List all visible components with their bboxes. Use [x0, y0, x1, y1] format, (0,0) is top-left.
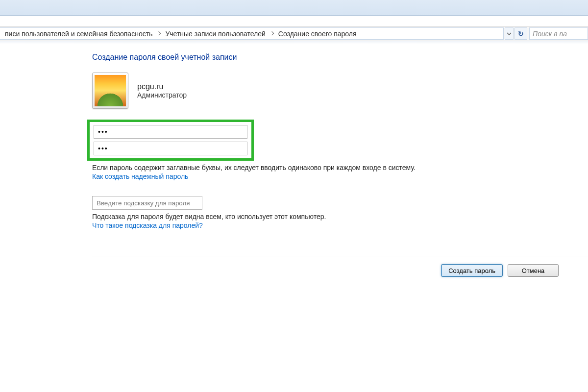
breadcrumb-item-family-safety[interactable]: писи пользователей и семейная безопаснос… [3, 30, 154, 38]
password-confirm-input[interactable] [94, 142, 247, 155]
search-placeholder: Поиск в па [533, 30, 567, 38]
user-block: pcgu.ru Администратор [92, 73, 588, 109]
cancel-button[interactable]: Отмена [508, 264, 559, 277]
search-input[interactable]: Поиск в па [529, 27, 588, 40]
user-name: pcgu.ru [137, 82, 187, 91]
password-hint-input[interactable] [92, 196, 202, 210]
user-labels: pcgu.ru Администратор [137, 82, 187, 99]
breadcrumb[interactable]: писи пользователей и семейная безопаснос… [0, 27, 504, 40]
refresh-icon: ↻ [518, 30, 524, 38]
chevron-right-icon [156, 31, 161, 36]
window-titlebar [0, 0, 588, 16]
hint-visibility-note: Подсказка для пароля будет видна всем, к… [92, 213, 588, 220]
strong-password-help-link[interactable]: Как создать надежный пароль [92, 172, 188, 180]
user-role: Администратор [137, 91, 187, 99]
password-input[interactable] [94, 125, 247, 139]
address-bar: писи пользователей и семейная безопаснос… [0, 26, 588, 41]
caps-warning-text: Если пароль содержит заглавные буквы, их… [92, 164, 588, 172]
password-fields-highlight [87, 120, 254, 161]
create-password-button[interactable]: Создать пароль [441, 264, 503, 277]
window-spacer [0, 16, 588, 26]
password-hint-help-link[interactable]: Что такое подсказка для паролей? [92, 221, 203, 229]
chevron-right-icon [270, 31, 274, 36]
button-row: Создать пароль Отмена [92, 256, 588, 277]
refresh-button[interactable]: ↻ [514, 27, 527, 40]
content-area: Создание пароля своей учетной записи pcg… [0, 44, 588, 277]
breadcrumb-item-user-accounts[interactable]: Учетные записи пользователей [163, 30, 267, 38]
avatar [92, 73, 128, 109]
breadcrumb-dropdown-button[interactable] [505, 27, 514, 40]
page-title: Создание пароля своей учетной записи [92, 53, 588, 62]
breadcrumb-item-create-password[interactable]: Создание своего пароля [276, 30, 359, 38]
avatar-image [95, 75, 126, 106]
chevron-down-icon [507, 32, 511, 36]
